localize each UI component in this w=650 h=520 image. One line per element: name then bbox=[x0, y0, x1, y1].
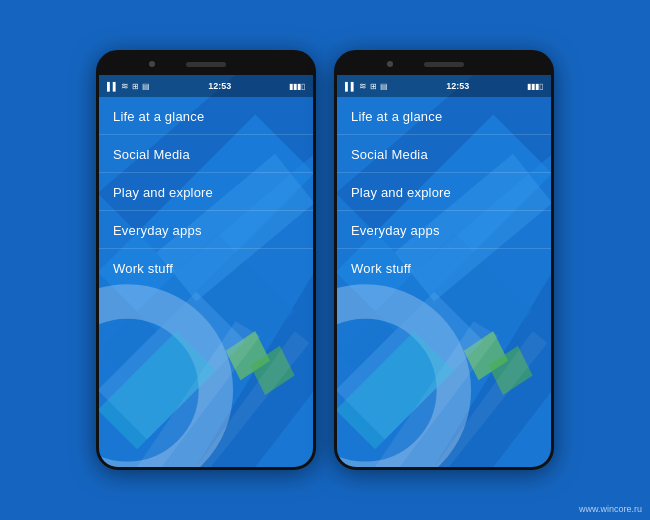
nfc-icon-left: ⊞ bbox=[132, 82, 139, 91]
status-right-left: ▮▮▮▯ bbox=[289, 82, 305, 91]
phone-top-bar-right bbox=[337, 53, 551, 75]
menu-item-left-1[interactable]: Social Media bbox=[99, 135, 313, 173]
status-bar-right: ▌▌ ≋ ⊞ ▤ 12:53 ▮▮▮▯ bbox=[337, 75, 551, 97]
status-time-right: 12:53 bbox=[446, 81, 469, 91]
wifi-icon-left: ≋ bbox=[121, 81, 129, 91]
msg-icon-left: ▤ bbox=[142, 82, 150, 91]
menu-item-right-3[interactable]: Everyday apps bbox=[337, 211, 551, 249]
battery-icon-right: ▮▮▮▯ bbox=[527, 82, 543, 91]
status-time-left: 12:53 bbox=[208, 81, 231, 91]
phone-speaker-right bbox=[424, 62, 464, 67]
phone-screen-right: ▌▌ ≋ ⊞ ▤ 12:53 ▮▮▮▯ Life at a glance Soc… bbox=[337, 75, 551, 467]
menu-item-left-2[interactable]: Play and explore bbox=[99, 173, 313, 211]
phone-top-bar-left bbox=[99, 53, 313, 75]
menu-item-right-1[interactable]: Social Media bbox=[337, 135, 551, 173]
signal-icon-left: ▌▌ bbox=[107, 82, 118, 91]
phone-speaker-left bbox=[186, 62, 226, 67]
menu-item-right-0[interactable]: Life at a glance bbox=[337, 97, 551, 135]
battery-icon-left: ▮▮▮▯ bbox=[289, 82, 305, 91]
wifi-icon-right: ≋ bbox=[359, 81, 367, 91]
menu-item-left-3[interactable]: Everyday apps bbox=[99, 211, 313, 249]
status-bar-left: ▌▌ ≋ ⊞ ▤ 12:53 ▮▮▮▯ bbox=[99, 75, 313, 97]
menu-item-right-2[interactable]: Play and explore bbox=[337, 173, 551, 211]
menu-right: Life at a glance Social Media Play and e… bbox=[337, 97, 551, 467]
phone-camera-right bbox=[387, 61, 393, 67]
menu-item-left-0[interactable]: Life at a glance bbox=[99, 97, 313, 135]
status-right-right: ▮▮▮▯ bbox=[527, 82, 543, 91]
phone-left: ▌▌ ≋ ⊞ ▤ 12:53 ▮▮▮▯ Life at a glance Soc… bbox=[96, 50, 316, 470]
phone-camera-left bbox=[149, 61, 155, 67]
status-icons-left: ▌▌ ≋ ⊞ ▤ bbox=[107, 81, 150, 91]
nfc-icon-right: ⊞ bbox=[370, 82, 377, 91]
status-icons-right: ▌▌ ≋ ⊞ ▤ bbox=[345, 81, 388, 91]
phone-right: ▌▌ ≋ ⊞ ▤ 12:53 ▮▮▮▯ Life at a glance Soc… bbox=[334, 50, 554, 470]
watermark: www.wincore.ru bbox=[579, 504, 642, 514]
phone-screen-left: ▌▌ ≋ ⊞ ▤ 12:53 ▮▮▮▯ Life at a glance Soc… bbox=[99, 75, 313, 467]
menu-left: Life at a glance Social Media Play and e… bbox=[99, 97, 313, 467]
msg-icon-right: ▤ bbox=[380, 82, 388, 91]
menu-item-left-4[interactable]: Work stuff bbox=[99, 249, 313, 286]
signal-icon-right: ▌▌ bbox=[345, 82, 356, 91]
menu-item-right-4[interactable]: Work stuff bbox=[337, 249, 551, 286]
